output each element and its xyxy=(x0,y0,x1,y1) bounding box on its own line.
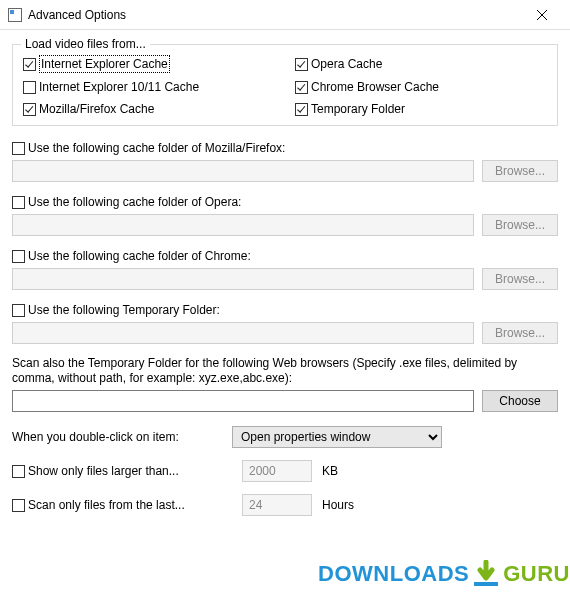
folder-label: Use the following Temporary Folder: xyxy=(28,302,220,318)
checkbox-icon xyxy=(23,103,36,116)
folder-checkbox[interactable]: Use the following Temporary Folder: xyxy=(12,302,558,318)
titlebar: Advanced Options xyxy=(0,0,570,30)
folder-checkbox[interactable]: Use the following cache folder of Opera: xyxy=(12,194,558,210)
load-from-checkbox[interactable]: Internet Explorer Cache xyxy=(23,55,275,73)
folder-path-input[interactable] xyxy=(12,160,474,182)
load-from-checkbox[interactable]: Temporary Folder xyxy=(295,101,547,117)
folder-label: Use the following cache folder of Opera: xyxy=(28,194,241,210)
download-icon xyxy=(471,560,501,588)
browse-button[interactable]: Browse... xyxy=(482,322,558,344)
checkbox-label: Opera Cache xyxy=(311,56,382,72)
watermark: DOWNLOADS GURU xyxy=(318,560,570,588)
group-legend: Load video files from... xyxy=(21,37,150,51)
browse-button[interactable]: Browse... xyxy=(482,268,558,290)
folder-path-input[interactable] xyxy=(12,214,474,236)
watermark-right: GURU xyxy=(503,561,570,587)
checkbox-icon xyxy=(12,304,25,317)
folder-checkbox[interactable]: Use the following cache folder of Chrome… xyxy=(12,248,558,264)
load-from-checkbox[interactable]: Mozilla/Firefox Cache xyxy=(23,101,275,117)
checkbox-label: Chrome Browser Cache xyxy=(311,79,439,95)
checkbox-icon xyxy=(12,465,25,478)
checkbox-icon xyxy=(295,81,308,94)
load-from-checkbox[interactable]: Chrome Browser Cache xyxy=(295,79,547,95)
svg-rect-2 xyxy=(474,582,498,586)
last-label: Scan only files from the last... xyxy=(28,497,185,513)
last-input[interactable] xyxy=(242,494,312,516)
checkbox-icon xyxy=(295,103,308,116)
larger-unit: KB xyxy=(322,464,338,478)
checkbox-icon xyxy=(12,142,25,155)
app-icon xyxy=(8,8,22,22)
checkbox-icon xyxy=(12,196,25,209)
load-from-checkbox[interactable]: Opera Cache xyxy=(295,55,547,73)
dblclick-combo[interactable]: Open properties window xyxy=(232,426,442,448)
close-button[interactable] xyxy=(522,1,562,29)
checkbox-icon xyxy=(23,58,36,71)
choose-button[interactable]: Choose xyxy=(482,390,558,412)
window-title: Advanced Options xyxy=(28,8,126,22)
checkbox-label: Internet Explorer 10/11 Cache xyxy=(39,79,199,95)
folder-path-input[interactable] xyxy=(12,268,474,290)
scan-also-desc: Scan also the Temporary Folder for the f… xyxy=(12,356,558,386)
load-from-group: Load video files from... Internet Explor… xyxy=(12,44,558,126)
checkbox-icon xyxy=(23,81,36,94)
close-icon xyxy=(537,10,547,20)
dblclick-label: When you double-click on item: xyxy=(12,430,222,444)
load-from-checkbox[interactable]: Internet Explorer 10/11 Cache xyxy=(23,79,275,95)
scan-also-input[interactable] xyxy=(12,390,474,412)
checkbox-icon xyxy=(12,499,25,512)
larger-input[interactable] xyxy=(242,460,312,482)
folder-checkbox[interactable]: Use the following cache folder of Mozill… xyxy=(12,140,558,156)
checkbox-icon xyxy=(295,58,308,71)
checkbox-icon xyxy=(12,250,25,263)
larger-label: Show only files larger than... xyxy=(28,463,179,479)
checkbox-label: Temporary Folder xyxy=(311,101,405,117)
folder-label: Use the following cache folder of Mozill… xyxy=(28,140,285,156)
checkbox-label: Mozilla/Firefox Cache xyxy=(39,101,154,117)
larger-checkbox[interactable]: Show only files larger than... xyxy=(12,463,232,479)
last-checkbox[interactable]: Scan only files from the last... xyxy=(12,497,232,513)
folder-label: Use the following cache folder of Chrome… xyxy=(28,248,251,264)
checkbox-label: Internet Explorer Cache xyxy=(39,55,170,73)
watermark-left: DOWNLOADS xyxy=(318,561,469,587)
browse-button[interactable]: Browse... xyxy=(482,160,558,182)
last-unit: Hours xyxy=(322,498,354,512)
folder-path-input[interactable] xyxy=(12,322,474,344)
browse-button[interactable]: Browse... xyxy=(482,214,558,236)
